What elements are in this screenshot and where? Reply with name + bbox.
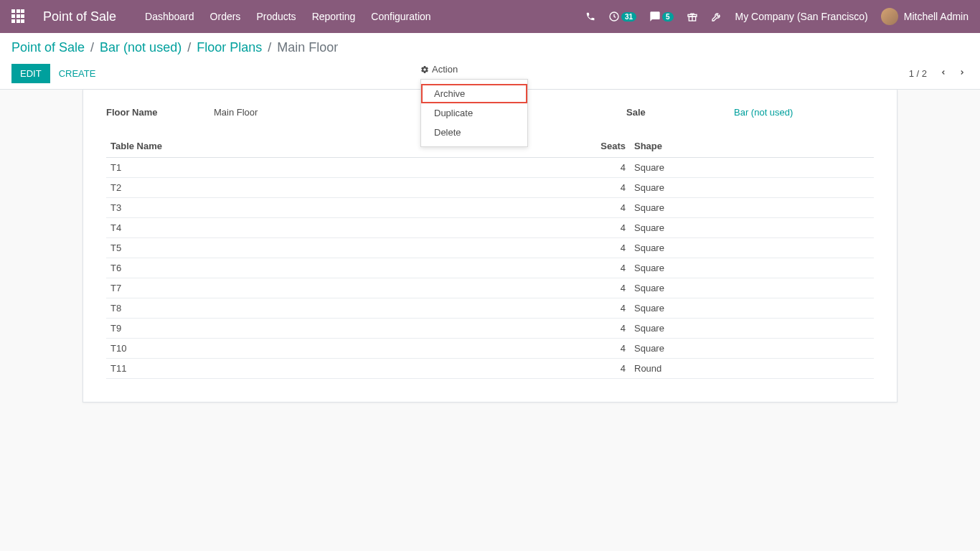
breadcrumb-bar[interactable]: Bar (not used) xyxy=(100,40,182,55)
edit-button[interactable]: EDIT xyxy=(11,64,50,83)
cell-table-name: T5 xyxy=(106,238,580,258)
table-row[interactable]: T54Square xyxy=(106,238,874,258)
field-floor-name: Floor Name Main Floor xyxy=(106,107,354,118)
action-dropdown-wrap: Action Archive Duplicate Delete xyxy=(420,64,458,75)
table-row[interactable]: T64Square xyxy=(106,258,874,278)
chevron-right-icon xyxy=(958,67,966,77)
table-row[interactable]: T34Square xyxy=(106,198,874,218)
cell-seats: 4 xyxy=(580,319,630,339)
cell-table-name: T11 xyxy=(106,359,580,379)
activity-icon[interactable]: 31 xyxy=(608,11,636,22)
cell-table-name: T2 xyxy=(106,178,580,198)
floor-name-value: Main Floor xyxy=(214,107,258,118)
pager-next[interactable] xyxy=(956,65,969,83)
breadcrumb-floorplans[interactable]: Floor Plans xyxy=(197,40,262,55)
cell-table-name: T9 xyxy=(106,319,580,339)
cell-shape: Square xyxy=(630,178,874,198)
menu-reporting[interactable]: Reporting xyxy=(312,11,356,22)
breadcrumb-current: Main Floor xyxy=(277,40,338,55)
floor-name-label: Floor Name xyxy=(106,107,185,118)
cell-seats: 4 xyxy=(580,339,630,359)
cell-seats: 4 xyxy=(580,218,630,238)
cell-table-name: T4 xyxy=(106,218,580,238)
menu-products[interactable]: Products xyxy=(256,11,296,22)
user-menu[interactable]: Mitchell Admin xyxy=(881,8,969,25)
cell-shape: Square xyxy=(630,158,874,178)
table-row[interactable]: T14Square xyxy=(106,158,874,178)
table-row[interactable]: T44Square xyxy=(106,218,874,238)
action-dropdown: Archive Duplicate Delete xyxy=(420,79,528,147)
table-row[interactable]: T74Square xyxy=(106,278,874,298)
create-button[interactable]: CREATE xyxy=(50,64,105,83)
field-pos: Sale Bar (not used) xyxy=(626,107,874,118)
cell-seats: 4 xyxy=(580,258,630,278)
cell-shape: Square xyxy=(630,218,874,238)
cell-seats: 4 xyxy=(580,238,630,258)
company-switcher[interactable]: My Company (San Francisco) xyxy=(735,11,868,22)
cell-shape: Square xyxy=(630,339,874,359)
table-row[interactable]: T24Square xyxy=(106,178,874,198)
cell-seats: 4 xyxy=(580,198,630,218)
navbar-right: 31 5 My Company (San Francisco) Mitchell… xyxy=(585,8,969,25)
cell-table-name: T8 xyxy=(106,298,580,319)
cell-shape: Square xyxy=(630,198,874,218)
tables-list: Table Name Seats Shape T14SquareT24Squar… xyxy=(106,135,874,379)
breadcrumb: Point of Sale / Bar (not used) / Floor P… xyxy=(11,40,969,55)
tools-icon[interactable] xyxy=(711,11,722,22)
user-name: Mitchell Admin xyxy=(904,11,969,22)
action-button[interactable]: Action xyxy=(420,64,458,75)
table-row[interactable]: T84Square xyxy=(106,298,874,319)
control-panel-bottom: EDIT CREATE Action Archive Duplicate Del… xyxy=(11,64,969,83)
gift-icon[interactable] xyxy=(687,11,698,22)
cell-table-name: T3 xyxy=(106,198,580,218)
menu-configuration[interactable]: Configuration xyxy=(371,11,430,22)
action-duplicate[interactable]: Duplicate xyxy=(421,103,527,123)
action-label: Action xyxy=(432,64,458,75)
activity-badge: 31 xyxy=(621,12,636,22)
breadcrumb-sep: / xyxy=(187,40,191,55)
breadcrumb-sep: / xyxy=(268,40,271,55)
menu-orders[interactable]: Orders xyxy=(210,11,241,22)
pager-prev[interactable] xyxy=(937,65,950,83)
cell-shape: Square xyxy=(630,319,874,339)
cell-seats: 4 xyxy=(580,158,630,178)
pager: 1 / 2 xyxy=(909,65,969,83)
menu-dashboard[interactable]: Dashboard xyxy=(145,11,194,22)
cell-seats: 4 xyxy=(580,298,630,319)
messages-icon[interactable]: 5 xyxy=(649,11,674,22)
cell-shape: Square xyxy=(630,298,874,319)
table-row[interactable]: T94Square xyxy=(106,319,874,339)
cell-seats: 4 xyxy=(580,178,630,198)
action-delete[interactable]: Delete xyxy=(421,123,527,142)
cell-seats: 4 xyxy=(580,278,630,298)
app-brand[interactable]: Point of Sale xyxy=(43,9,116,24)
main-menu: Dashboard Orders Products Reporting Conf… xyxy=(145,11,431,22)
col-seats[interactable]: Seats xyxy=(580,135,630,158)
cell-shape: Square xyxy=(630,278,874,298)
breadcrumb-pos[interactable]: Point of Sale xyxy=(11,40,85,55)
pager-text[interactable]: 1 / 2 xyxy=(909,68,927,79)
cell-table-name: T7 xyxy=(106,278,580,298)
chevron-left-icon xyxy=(940,67,947,77)
action-archive[interactable]: Archive xyxy=(421,84,527,103)
cell-shape: Square xyxy=(630,238,874,258)
messages-badge: 5 xyxy=(662,12,674,22)
table-row[interactable]: T104Square xyxy=(106,339,874,359)
control-panel: Point of Sale / Bar (not used) / Floor P… xyxy=(0,33,980,90)
col-shape[interactable]: Shape xyxy=(630,135,874,158)
cell-table-name: T1 xyxy=(106,158,580,178)
cell-shape: Square xyxy=(630,258,874,278)
avatar xyxy=(881,8,898,25)
pos-label: Sale xyxy=(626,107,705,118)
cell-table-name: T10 xyxy=(106,339,580,359)
table-row[interactable]: T114Round xyxy=(106,359,874,379)
cell-table-name: T6 xyxy=(106,258,580,278)
cell-seats: 4 xyxy=(580,359,630,379)
pos-value[interactable]: Bar (not used) xyxy=(734,107,793,118)
breadcrumb-sep: / xyxy=(90,40,94,55)
gear-icon xyxy=(420,65,429,74)
cell-shape: Round xyxy=(630,359,874,379)
phone-icon[interactable] xyxy=(585,11,595,22)
top-navbar: Point of Sale Dashboard Orders Products … xyxy=(0,0,980,33)
apps-icon[interactable] xyxy=(11,9,26,24)
